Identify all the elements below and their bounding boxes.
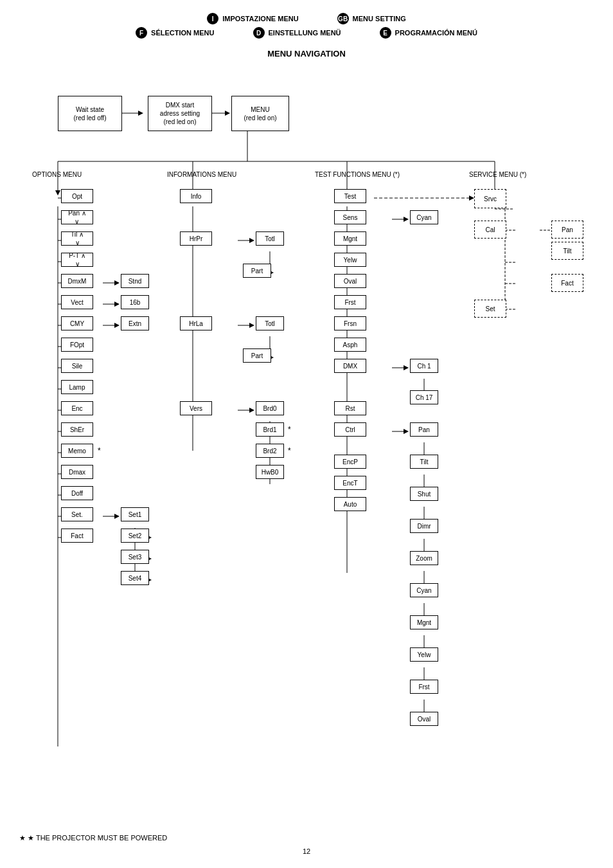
box-16b: 16b <box>121 295 149 309</box>
box-set1: Set1 <box>121 507 149 521</box>
box-dmax: Dmax <box>61 465 93 479</box>
box-set-srvc: Set <box>474 300 506 318</box>
svg-marker-77 <box>404 217 409 222</box>
box-sher: ShEr <box>61 422 93 437</box>
label-test-menu: TEST FUNCTIONS MENU (*) <box>315 171 400 178</box>
box-lamp: Lamp <box>61 380 93 394</box>
badge-f: F <box>136 27 147 39</box>
box-shut: Shut <box>410 487 438 501</box>
box-hrpr: HrPr <box>180 231 212 246</box>
box-sile: Sile <box>61 359 93 373</box>
header-label-gb: MENU SETTING <box>353 15 406 23</box>
box-frsn: Frsn <box>334 316 366 330</box>
footnote: ★ ★ THE PROJECTOR MUST BE POWERED <box>19 834 167 842</box>
box-ch17: Ch 17 <box>410 390 438 404</box>
star-brd1: * <box>288 425 291 434</box>
box-hwb0: HwB0 <box>256 465 284 479</box>
box-doff: Doff <box>61 486 93 500</box>
box-part1: Part <box>243 264 271 278</box>
label-srvc-menu: SERVICE MENU (*) <box>469 171 526 178</box>
box-cal: Cal <box>474 221 506 239</box>
svg-marker-7 <box>55 190 60 195</box>
box-yelw1: Yelw <box>334 253 366 267</box>
box-fact: Fact <box>61 529 93 543</box>
box-cyan1: Cyan <box>410 210 438 224</box>
box-extn: Extn <box>121 316 149 330</box>
box-set4: Set4 <box>121 571 149 585</box>
box-hrla: HrLa <box>180 316 212 330</box>
box-p-t: P-T ∧∨ <box>61 253 93 267</box>
svg-marker-3 <box>225 111 230 116</box>
box-brd1: Brd1 <box>256 422 284 437</box>
box-cyan2: Cyan <box>410 583 438 597</box>
svg-marker-21 <box>114 280 120 285</box>
header-item-f: F SÉLECTION MENU <box>136 27 214 39</box>
box-brd2: Brd2 <box>256 444 284 458</box>
box-cmy: CMY <box>61 316 93 330</box>
label-info-menu: INFORMATIONS MENU <box>167 171 236 178</box>
box-pan: Pan ∧∨ <box>61 210 93 224</box>
badge-gb: GB <box>337 13 349 24</box>
box-tilt2: Tilt <box>410 455 438 469</box>
box-totl2: Totl <box>256 316 284 330</box>
box-menu: MENU(red led on) <box>231 96 289 131</box>
page-number: 12 <box>303 847 310 855</box>
box-dmxm: DmxM <box>61 274 93 288</box>
box-srvc: Srvc <box>474 189 506 208</box>
box-frst1: Frst <box>334 295 366 309</box>
box-zoom: Zoom <box>410 551 438 565</box>
star-memo: * <box>98 446 101 455</box>
label-options-menu: OPTIONS MENU <box>32 171 82 178</box>
box-totl1: Totl <box>256 231 284 246</box>
badge-i: I <box>207 13 218 24</box>
svg-marker-63 <box>249 408 254 413</box>
box-rst: Rst <box>334 401 366 415</box>
box-stnd: Stnd <box>121 274 149 288</box>
svg-marker-86 <box>404 365 409 370</box>
box-part2: Part <box>243 348 271 363</box>
box-set: Set. <box>61 507 93 521</box>
header-item-e: E PROGRAMACIÓN MENÚ <box>380 27 477 39</box>
star-footnote: ★ <box>19 834 26 842</box>
box-asph: Asph <box>334 338 366 352</box>
box-vect: Vect <box>61 295 93 309</box>
box-dmx: DMX <box>334 359 366 373</box>
box-fact-srvc: Fact <box>551 274 583 292</box>
header-label-d: EINSTELLUNG MENÜ <box>269 29 341 37</box>
box-pan-srvc: Pan <box>551 221 583 239</box>
box-ctrl: Ctrl <box>334 422 366 437</box>
box-mgnt2: Mgnt <box>410 615 438 629</box>
badge-e: E <box>380 27 391 39</box>
svg-marker-1 <box>138 111 143 116</box>
box-set3: Set3 <box>121 550 149 564</box>
box-test: Test <box>334 189 366 203</box>
svg-marker-93 <box>404 429 409 434</box>
svg-marker-38 <box>114 514 120 519</box>
box-wait-state: Wait state(red led off) <box>58 96 122 131</box>
header-label-f: SÉLECTION MENU <box>151 29 214 37</box>
badge-d: D <box>253 27 265 39</box>
box-info: Info <box>180 189 212 203</box>
box-enc: Enc <box>61 401 93 415</box>
box-opt: Opt <box>61 189 93 203</box>
header-label-i: IMPOSTAZIONE MENU <box>222 15 298 23</box>
box-tilt-srvc: Tilt <box>551 242 583 260</box>
box-vers: Vers <box>180 401 212 415</box>
box-sens: Sens <box>334 210 366 224</box>
box-ch1: Ch 1 <box>410 359 438 373</box>
page-title: MENU NAVIGATION <box>19 49 594 59</box>
star-brd2: * <box>288 446 291 455</box>
box-pan2: Pan <box>410 422 438 437</box>
header-item-d: D EINSTELLUNG MENÜ <box>253 27 341 39</box>
header-item-i: I IMPOSTAZIONE MENU <box>207 13 298 24</box>
box-mgnt1: Mgnt <box>334 231 366 246</box>
box-fopt: FOpt <box>61 338 93 352</box>
box-encp: EncP <box>334 455 366 469</box>
box-til: Til ∧∨ <box>61 231 93 246</box>
box-frst2: Frst <box>410 680 438 694</box>
box-set2: Set2 <box>121 529 149 543</box>
box-oval2: Oval <box>410 712 438 726</box>
box-enct: EncT <box>334 476 366 490</box>
box-oval1: Oval <box>334 274 366 288</box>
box-auto: Auto <box>334 497 366 511</box>
